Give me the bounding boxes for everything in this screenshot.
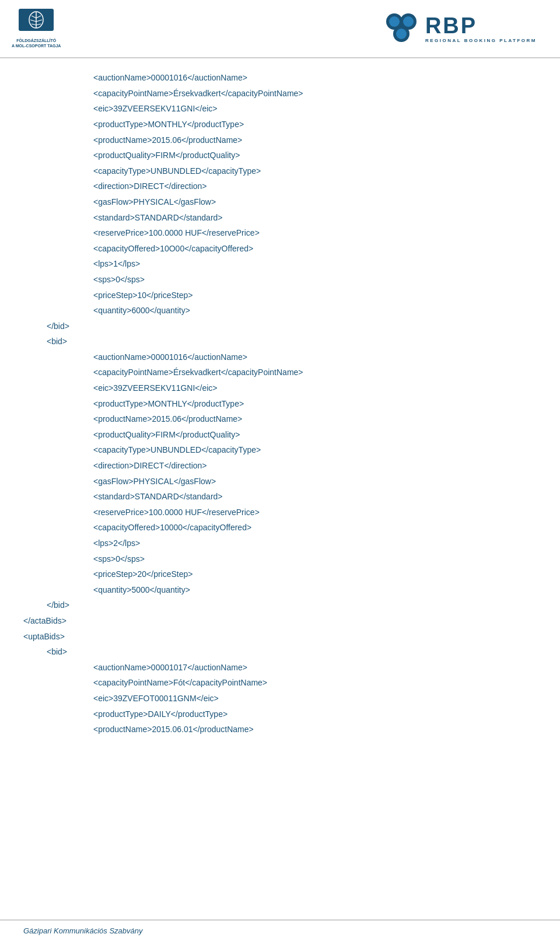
rbp-text: RBP REGIONAL BOOKING PLATFORM bbox=[425, 15, 537, 43]
xml-line: <capacityPointName>Érsekvadkert</capacit… bbox=[93, 365, 537, 380]
xml-line: <capacityPointName>Érsekvadkert</capacit… bbox=[93, 86, 537, 102]
xml-line: <productType>DAILY</productType> bbox=[93, 706, 537, 722]
rbp-letters: RBP bbox=[425, 15, 537, 37]
svg-point-12 bbox=[389, 16, 400, 27]
xml-line: <capacityType>UNBUNDLED</capacityType> bbox=[93, 163, 537, 179]
xml-line: <bid> bbox=[47, 334, 537, 349]
svg-point-13 bbox=[403, 16, 414, 27]
xml-line: </actaBids> bbox=[23, 613, 537, 629]
xml-line: <reservePrice>100.0000 HUF</reservePrice… bbox=[93, 225, 537, 241]
xml-line: <quantity>6000</quantity> bbox=[93, 303, 537, 319]
rbp-subtitle: REGIONAL BOOKING PLATFORM bbox=[425, 38, 537, 43]
footer-text: Gázipari Kommunikációs Szabvány bbox=[23, 926, 142, 935]
xml-line: <productType>MONTHLY</productType> bbox=[93, 117, 537, 132]
xml-line: <auctionName>00001016</auctionName> bbox=[93, 70, 537, 86]
xml-line: <direction>DIRECT</direction> bbox=[93, 179, 537, 194]
svg-point-14 bbox=[396, 29, 407, 39]
xml-line: <auctionName>00001017</auctionName> bbox=[93, 660, 537, 676]
xml-line: <reservePrice>100.0000 HUF</reservePrice… bbox=[93, 505, 537, 520]
xml-line: <uptaBids> bbox=[23, 629, 537, 645]
xml-line: <quantity>5000</quantity> bbox=[93, 582, 537, 598]
xml-line: <eic>39ZVEFOT00011GNM</eic> bbox=[93, 691, 537, 706]
xml-line: <standard>STANDARD</standard> bbox=[93, 210, 537, 226]
foldgaz-icon bbox=[19, 9, 54, 37]
xml-line: <capacityOffered>10O00</capacityOffered> bbox=[93, 241, 537, 257]
xml-line: <eic>39ZVEERSEKV11GNI</eic> bbox=[93, 101, 537, 117]
footer: Gázipari Kommunikációs Szabvány bbox=[0, 919, 560, 941]
xml-line: <standard>STANDARD</standard> bbox=[93, 489, 537, 505]
xml-content: <auctionName>00001016</auctionName><capa… bbox=[23, 70, 537, 737]
xml-line: <capacityOffered>10000</capacityOffered> bbox=[93, 520, 537, 536]
xml-line: <auctionName>00001016</auctionName> bbox=[93, 349, 537, 365]
xml-line: <eic>39ZVEERSEKV11GNI</eic> bbox=[93, 380, 537, 396]
xml-line: <gasFlow>PHYSICAL</gasFlow> bbox=[93, 194, 537, 210]
xml-line: <priceStep>20</priceStep> bbox=[93, 566, 537, 582]
xml-line: <capacityType>UNBUNDLED</capacityType> bbox=[93, 442, 537, 458]
main-content: <auctionName>00001016</auctionName><capa… bbox=[0, 58, 560, 772]
xml-line: <productQuality>FIRM</productQuality> bbox=[93, 148, 537, 163]
xml-line: <sps>0</sps> bbox=[93, 551, 537, 567]
xml-line: <priceStep>10</priceStep> bbox=[93, 288, 537, 303]
xml-line: </bid> bbox=[47, 597, 537, 613]
xml-line: <productName>2015.06</productName> bbox=[93, 132, 537, 148]
foldgaz-text: FÖLDGÁZSZÁLLÍTÓ A MOL-CSOPORT TAGJA bbox=[12, 38, 61, 48]
xml-line: <productName>2015.06</productName> bbox=[93, 411, 537, 427]
xml-line: <gasFlow>PHYSICAL</gasFlow> bbox=[93, 474, 537, 489]
xml-line: <capacityPointName>Fót</capacityPointNam… bbox=[93, 675, 537, 691]
xml-line: <lps>1</lps> bbox=[93, 256, 537, 272]
xml-line: <productType>MONTHLY</productType> bbox=[93, 396, 537, 412]
xml-line: <sps>0</sps> bbox=[93, 272, 537, 288]
logo-right: RBP REGIONAL BOOKING PLATFORM bbox=[383, 13, 537, 45]
xml-line: </bid> bbox=[47, 319, 537, 334]
rbp-circles-icon bbox=[383, 13, 421, 45]
xml-line: <direction>DIRECT</direction> bbox=[93, 458, 537, 474]
logo-left: FÖLDGÁZSZÁLLÍTÓ A MOL-CSOPORT TAGJA bbox=[12, 9, 61, 48]
xml-line: <lps>2</lps> bbox=[93, 536, 537, 551]
xml-line: <productQuality>FIRM</productQuality> bbox=[93, 427, 537, 443]
xml-line: <productName>2015.06.01</productName> bbox=[93, 722, 537, 737]
xml-line: <bid> bbox=[47, 644, 537, 660]
header: FÖLDGÁZSZÁLLÍTÓ A MOL-CSOPORT TAGJA RBP … bbox=[0, 0, 560, 58]
